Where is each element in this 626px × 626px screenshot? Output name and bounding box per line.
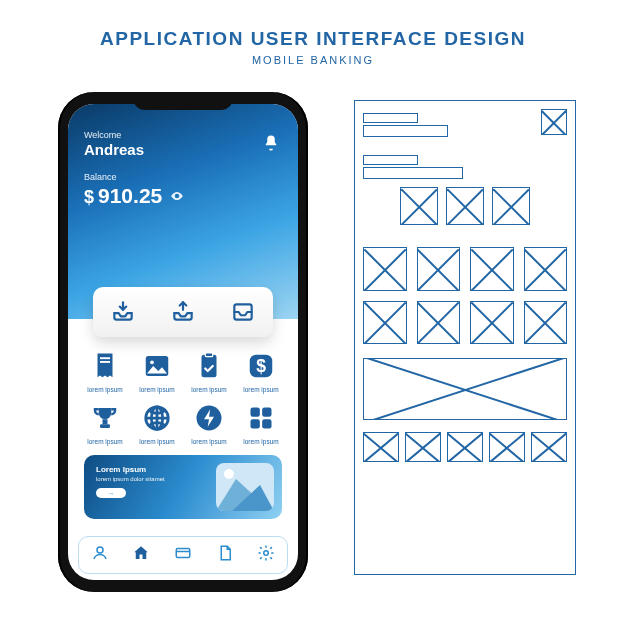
balance-label: Balance xyxy=(84,172,282,182)
globe-icon xyxy=(140,401,174,435)
svg-rect-19 xyxy=(262,419,271,428)
user-icon xyxy=(91,544,109,562)
nav-cards[interactable] xyxy=(174,544,192,566)
wire-banner xyxy=(363,358,567,420)
tile-label: lorem ipsum xyxy=(87,438,122,445)
wire-quick-1 xyxy=(400,187,438,225)
welcome-label: Welcome xyxy=(84,130,282,140)
svg-rect-3 xyxy=(100,361,110,363)
wire-tile xyxy=(470,301,514,345)
wire-nav xyxy=(363,432,567,462)
dollar-icon: $ xyxy=(244,349,278,383)
tray-up-icon[interactable] xyxy=(170,299,196,325)
home-icon xyxy=(132,544,150,562)
tray-down-icon[interactable] xyxy=(110,299,136,325)
clipboard-icon xyxy=(192,349,226,383)
svg-text:$: $ xyxy=(256,356,266,376)
phone-screen: Welcome Andreas Balance $ 910.25 xyxy=(68,104,298,580)
eye-icon[interactable] xyxy=(170,189,184,207)
wire-nav-item xyxy=(405,432,441,462)
svg-rect-18 xyxy=(251,419,260,428)
wire-tile xyxy=(363,301,407,345)
content-area: lorem ipsum lorem ipsum lorem ipsum xyxy=(68,319,298,519)
apps-icon xyxy=(244,401,278,435)
page-title: APPLICATION USER INTERFACE DESIGN xyxy=(0,0,626,50)
feature-grid: lorem ipsum lorem ipsum lorem ipsum xyxy=(82,349,284,445)
tile-label: lorem ipsum xyxy=(191,386,226,393)
tile-label: lorem ipsum xyxy=(243,386,278,393)
svg-rect-2 xyxy=(100,357,110,359)
svg-point-0 xyxy=(176,195,178,197)
tile-trophy[interactable]: lorem ipsum xyxy=(82,401,128,445)
phone-notch xyxy=(133,92,233,110)
wire-nav-item xyxy=(447,432,483,462)
gear-icon xyxy=(257,544,275,562)
card-icon xyxy=(174,544,192,562)
tile-label: lorem ipsum xyxy=(191,438,226,445)
bell-icon[interactable] xyxy=(262,134,280,156)
wire-quick-2 xyxy=(446,187,484,225)
wire-username xyxy=(363,125,448,137)
svg-rect-6 xyxy=(202,355,217,378)
wireframe-panel xyxy=(354,100,576,575)
wire-nav-item xyxy=(489,432,525,462)
wire-quick-actions xyxy=(363,187,567,225)
currency-symbol: $ xyxy=(84,187,94,208)
promo-banner[interactable]: Lorem Ipsum lorem ipsum dolor sitamet → xyxy=(84,455,282,519)
document-icon xyxy=(216,544,234,562)
wire-welcome xyxy=(363,113,418,123)
trophy-icon xyxy=(88,401,122,435)
nav-settings[interactable] xyxy=(257,544,275,566)
tile-receipt[interactable]: lorem ipsum xyxy=(82,349,128,393)
wire-quick-3 xyxy=(492,187,530,225)
tile-label: lorem ipsum xyxy=(139,386,174,393)
receipt-icon xyxy=(88,349,122,383)
banner-image xyxy=(216,463,274,511)
balance-amount: 910.25 xyxy=(98,184,162,208)
phone-frame: Welcome Andreas Balance $ 910.25 xyxy=(58,92,308,592)
tile-clipboard[interactable]: lorem ipsum xyxy=(186,349,232,393)
wire-balance xyxy=(363,167,463,179)
nav-home[interactable] xyxy=(132,544,150,566)
svg-rect-10 xyxy=(103,419,108,424)
svg-point-5 xyxy=(150,360,154,364)
wire-tile xyxy=(524,301,568,345)
wire-tile-grid xyxy=(363,247,567,344)
tile-apps[interactable]: lorem ipsum xyxy=(238,401,284,445)
wire-tile xyxy=(470,247,514,291)
tile-globe[interactable]: lorem ipsum xyxy=(134,401,180,445)
svg-point-22 xyxy=(264,551,269,556)
svg-rect-7 xyxy=(205,353,213,357)
arrow-right-icon: → xyxy=(108,490,115,497)
wire-bell xyxy=(541,109,567,135)
svg-rect-21 xyxy=(176,549,190,558)
svg-point-20 xyxy=(97,547,103,553)
bottom-nav xyxy=(78,536,288,574)
tile-image[interactable]: lorem ipsum xyxy=(134,349,180,393)
wire-tile xyxy=(524,247,568,291)
tile-bolt[interactable]: lorem ipsum xyxy=(186,401,232,445)
svg-rect-16 xyxy=(251,408,260,417)
banner-cta[interactable]: → xyxy=(96,488,126,498)
svg-rect-17 xyxy=(262,408,271,417)
image-icon xyxy=(140,349,174,383)
bolt-icon xyxy=(192,401,226,435)
nav-profile[interactable] xyxy=(91,544,109,566)
page-subtitle: MOBILE BANKING xyxy=(0,54,626,66)
username: Andreas xyxy=(84,141,282,158)
wire-tile xyxy=(363,247,407,291)
tile-label: lorem ipsum xyxy=(243,438,278,445)
wire-nav-item xyxy=(531,432,567,462)
tile-label: lorem ipsum xyxy=(87,386,122,393)
wire-nav-item xyxy=(363,432,399,462)
svg-rect-11 xyxy=(100,424,110,428)
wire-tile xyxy=(417,301,461,345)
wire-balance-label xyxy=(363,155,418,165)
hero-header: Welcome Andreas Balance $ 910.25 xyxy=(68,104,298,319)
tile-dollar[interactable]: $ lorem ipsum xyxy=(238,349,284,393)
nav-docs[interactable] xyxy=(216,544,234,566)
quick-actions xyxy=(93,287,273,337)
inbox-icon[interactable] xyxy=(230,299,256,325)
tile-label: lorem ipsum xyxy=(139,438,174,445)
wire-tile xyxy=(417,247,461,291)
